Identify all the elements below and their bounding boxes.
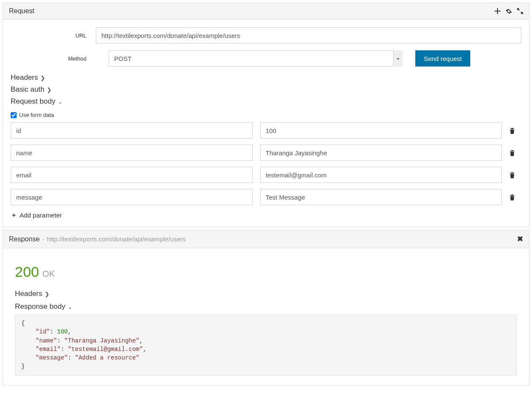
plus-icon: ＋ (11, 211, 17, 219)
method-select[interactable]: POST (109, 50, 403, 67)
chevron-right-icon: ❯ (45, 291, 49, 297)
request-header-actions (495, 8, 523, 14)
request-header: Request (3, 3, 529, 20)
use-form-data-label: Use form data (19, 112, 54, 118)
chevron-down-icon: ⌄ (58, 99, 63, 105)
param-key-input[interactable] (11, 122, 253, 139)
request-body-area: URL Method POST ▾ Send request Headers ❯… (3, 20, 529, 227)
param-row (11, 189, 521, 205)
chevron-right-icon: ❯ (40, 75, 45, 81)
response-separator: - (42, 235, 44, 243)
param-key-input[interactable] (11, 167, 253, 183)
url-row: URL (11, 27, 521, 43)
request-body-section-toggle[interactable]: Request body ⌄ (11, 97, 521, 106)
use-form-data-checkbox[interactable] (11, 112, 17, 118)
url-label: URL (11, 32, 96, 39)
add-parameter-button[interactable]: ＋ Add parameter (11, 211, 521, 219)
response-url: http://textilexports.com/donate/api/exam… (47, 235, 186, 243)
param-key-input[interactable] (11, 189, 253, 205)
send-request-button[interactable]: Send request (415, 50, 470, 67)
expand-icon[interactable] (517, 8, 523, 14)
request-body-section-label: Request body (11, 97, 55, 106)
headers-section-label: Headers (11, 73, 38, 82)
response-headers-toggle[interactable]: Headers ❯ (15, 290, 517, 298)
param-value-input[interactable] (260, 167, 502, 183)
trash-icon[interactable] (509, 150, 521, 156)
response-body-toggle[interactable]: Response body ⌄ (15, 302, 517, 311)
use-form-data-row[interactable]: Use form data (11, 112, 521, 118)
trash-icon[interactable] (509, 194, 521, 200)
method-select-wrap: POST ▾ (109, 50, 403, 67)
basic-auth-section-label: Basic auth (11, 85, 44, 94)
trash-icon[interactable] (509, 172, 521, 178)
request-panel: Request URL Method POST ▾ (3, 3, 529, 227)
close-icon[interactable]: ✖ (517, 235, 523, 244)
request-panel-title: Request (9, 7, 35, 15)
params-list (11, 122, 521, 205)
param-row (11, 167, 521, 183)
response-panel: Response - http://textilexports.com/dona… (3, 230, 529, 386)
response-header: Response - http://textilexports.com/dona… (3, 230, 529, 248)
method-row: Method POST ▾ Send request (11, 50, 521, 67)
basic-auth-section-toggle[interactable]: Basic auth ❯ (11, 85, 521, 94)
param-value-input[interactable] (260, 189, 502, 205)
param-row (11, 145, 521, 161)
url-input[interactable] (96, 27, 521, 43)
chevron-down-icon: ⌄ (68, 304, 72, 310)
param-value-input[interactable] (260, 145, 502, 161)
response-body-area: 200 OK Headers ❯ Response body ⌄ { "id":… (3, 248, 529, 385)
param-key-input[interactable] (11, 145, 253, 161)
response-headers-label: Headers (15, 290, 42, 298)
status-code: 200 (15, 264, 39, 280)
headers-section-toggle[interactable]: Headers ❯ (11, 73, 521, 82)
status-text: OK (43, 269, 55, 279)
response-body-label: Response body (15, 302, 65, 311)
status-line: 200 OK (15, 264, 517, 280)
response-json-block: { "id": 100, "name": "Tharanga Jayasingh… (15, 314, 517, 376)
chevron-right-icon: ❯ (47, 87, 52, 93)
param-value-input[interactable] (260, 122, 502, 139)
param-row (11, 122, 521, 139)
gear-icon[interactable] (506, 8, 512, 14)
response-panel-title: Response (9, 235, 40, 243)
add-parameter-label: Add parameter (20, 212, 62, 219)
plus-icon[interactable] (495, 8, 500, 14)
trash-icon[interactable] (509, 128, 521, 134)
method-label: Method (11, 55, 96, 62)
